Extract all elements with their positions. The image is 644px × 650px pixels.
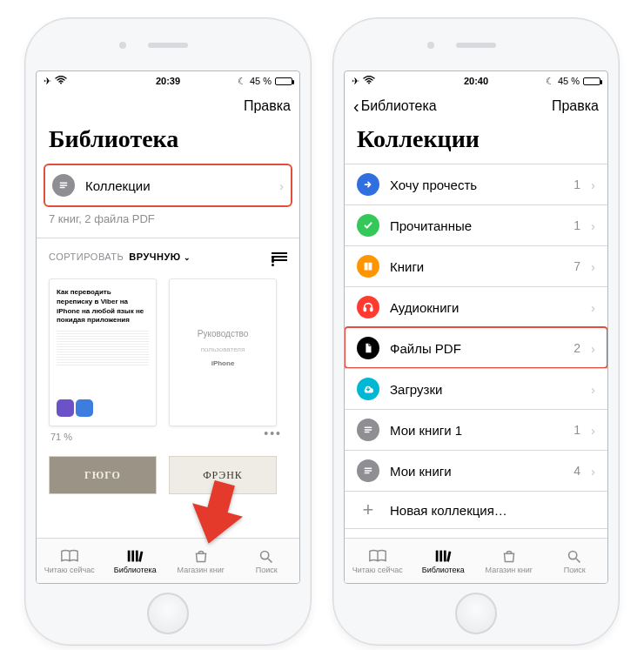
list-circle-icon [357, 459, 379, 482]
book-more-icon[interactable]: ••• [264, 426, 282, 444]
back-button[interactable]: ‹ Библиотека [353, 97, 437, 115]
phone-frame-right: ✈︎ 20:40 ☾ 45 % ‹ Библиотека [332, 17, 620, 646]
collection-downloads[interactable]: Загрузки › [345, 368, 607, 409]
svg-rect-2 [60, 184, 68, 186]
plus-icon: + [357, 500, 379, 519]
tab-store[interactable]: Магазин книг [476, 539, 542, 583]
library-icon [433, 548, 453, 564]
svg-rect-1 [60, 183, 68, 184]
tab-search[interactable]: Поиск [542, 539, 608, 583]
phone-frame-left: ✈︎ 20:39 ☾ 45 % Правка Библиотека [24, 17, 312, 646]
edit-button[interactable]: Правка [244, 98, 291, 114]
svg-rect-7 [138, 551, 143, 561]
status-bar: ✈︎ 20:39 ☾ 45 % [37, 71, 299, 89]
chevron-left-icon: ‹ [353, 97, 359, 115]
tab-search[interactable]: Поиск [234, 539, 300, 583]
status-time: 20:39 [37, 76, 299, 86]
book-4-title: ФРЭНК [203, 469, 243, 482]
nav-bar: Правка [37, 89, 299, 124]
svg-rect-20 [440, 550, 443, 561]
back-label: Библиотека [361, 98, 437, 114]
front-camera [119, 42, 126, 49]
collection-my-books[interactable]: Мои книги 4 › [345, 450, 607, 491]
nav-bar: ‹ Библиотека Правка [345, 89, 607, 124]
svg-rect-15 [365, 432, 370, 433]
book-cover-3[interactable]: ГЮГО [49, 456, 157, 494]
check-circle-icon [357, 214, 379, 237]
svg-rect-17 [365, 470, 372, 472]
battery-icon [275, 77, 292, 85]
document-circle-icon [357, 337, 379, 359]
chevron-right-icon: › [591, 464, 595, 479]
home-button[interactable] [147, 593, 189, 634]
collections-row[interactable]: Коллекции › [44, 164, 292, 207]
list-item-label: Книги [390, 259, 563, 274]
chevron-right-icon: › [591, 423, 595, 438]
list-item-label: Загрузки [390, 382, 570, 397]
search-icon [565, 548, 584, 564]
tab-label: Магазин книг [178, 566, 225, 574]
list-item-count: 2 [574, 341, 580, 355]
list-item-count: 1 [574, 178, 580, 191]
collection-audiobooks[interactable]: Аудиокниги › [345, 286, 607, 327]
list-item-label: Прочитанные [390, 218, 563, 233]
svg-point-23 [569, 551, 577, 559]
list-circle-icon [357, 419, 379, 441]
book-2-line3: iPhone [177, 359, 269, 369]
svg-rect-12 [371, 308, 372, 312]
library-subtitle: 7 книг, 2 файла PDF [37, 207, 299, 238]
svg-rect-13 [365, 427, 372, 429]
page-title: Коллекции [345, 124, 607, 164]
svg-line-24 [576, 558, 580, 562]
new-collection-button[interactable]: + Новая коллекция… [345, 491, 607, 529]
list-item-count: 1 [574, 423, 580, 437]
tab-label: Магазин книг [486, 566, 533, 574]
arrow-right-circle-icon [357, 173, 379, 196]
book-2-line1: Руководство [177, 328, 269, 340]
collection-books[interactable]: Книги 7 › [345, 245, 607, 286]
chevron-right-icon: › [591, 178, 595, 192]
chevron-right-icon: › [591, 382, 595, 397]
list-item-label: Мои книги [390, 464, 563, 479]
book-shelf: Как переводить переписку в Viber на iPho… [37, 271, 299, 538]
battery-icon [583, 77, 600, 85]
collection-finished[interactable]: Прочитанные 1 › [345, 204, 607, 245]
tab-reading-now[interactable]: Читаю сейчас [37, 539, 103, 583]
tab-label: Поиск [564, 566, 586, 574]
tab-bar: Читаю сейчас Библиотека Магазин книг Пои… [345, 538, 607, 583]
svg-rect-5 [132, 550, 135, 561]
tab-label: Читаю сейчас [44, 566, 95, 574]
new-collection-label: Новая коллекция… [390, 503, 595, 518]
bag-icon [500, 548, 519, 564]
list-item-count: 1 [574, 218, 580, 232]
svg-rect-22 [446, 551, 451, 561]
book-cover-2[interactable]: Руководство пользователя iPhone [169, 278, 277, 426]
tab-library[interactable]: Библиотека [411, 539, 477, 583]
tab-bar: Читаю сейчас Библиотека Магазин книг Пои… [37, 538, 299, 583]
sort-value[interactable]: ВРУЧНУЮ ⌄ [129, 251, 191, 262]
chevron-right-icon: › [279, 178, 284, 193]
svg-rect-6 [136, 550, 138, 561]
tab-reading-now[interactable]: Читаю сейчас [345, 539, 411, 583]
tab-label: Библиотека [422, 566, 465, 574]
book-cover-1[interactable]: Как переводить переписку в Viber на iPho… [49, 278, 157, 426]
collection-want-to-read[interactable]: Хочу прочесть 1 › [345, 164, 607, 204]
collection-my-books-1[interactable]: Мои книги 1 1 › [345, 409, 607, 450]
chevron-right-icon: › [591, 259, 595, 274]
collection-pdf-files[interactable]: Файлы PDF 2 › [345, 327, 607, 368]
book-cover-4[interactable]: ФРЭНК [169, 456, 277, 494]
list-item-label: Аудиокниги [390, 300, 570, 315]
screen-right: ✈︎ 20:40 ☾ 45 % ‹ Библиотека [344, 70, 608, 584]
tab-library[interactable]: Библиотека [103, 539, 169, 583]
sort-row: СОРТИРОВАТЬ ВРУЧНУЮ ⌄ [37, 238, 299, 271]
tab-store[interactable]: Магазин книг [168, 539, 234, 583]
search-icon [257, 548, 276, 564]
earpiece [456, 43, 496, 48]
chevron-right-icon: › [591, 341, 595, 356]
status-bar: ✈︎ 20:40 ☾ 45 % [345, 71, 607, 89]
svg-rect-19 [436, 550, 439, 561]
edit-button[interactable]: Правка [552, 98, 599, 114]
book-circle-icon [357, 255, 379, 278]
view-list-icon[interactable] [272, 251, 287, 263]
home-button[interactable] [455, 593, 497, 634]
